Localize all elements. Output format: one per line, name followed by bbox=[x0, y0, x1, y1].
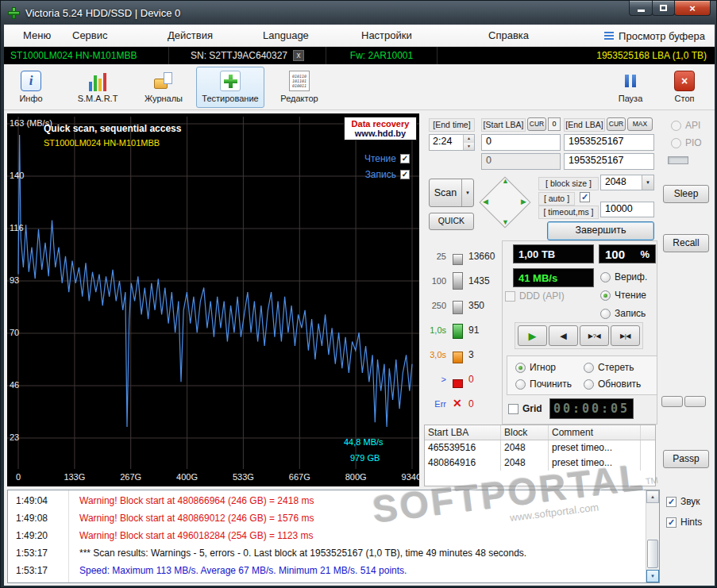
verify-radio[interactable]: Вериф. bbox=[600, 271, 647, 282]
repair-radio[interactable]: Починить bbox=[515, 379, 572, 390]
client-area: Меню Сервис Действия Language Настройки … bbox=[4, 25, 715, 586]
hints-checkbox[interactable]: ✓Hints bbox=[666, 517, 702, 528]
dropdown-arrow-icon[interactable]: ▼ bbox=[642, 175, 653, 190]
erase-radio[interactable]: Стереть bbox=[584, 362, 634, 373]
spin-up-icon[interactable]: ▲ bbox=[464, 135, 474, 143]
toolbar: i Инфо S.M.A.R.T Журналы Тестирование 01… bbox=[4, 64, 715, 110]
latency-bar bbox=[453, 272, 463, 290]
log-scrollbar[interactable]: ▲ ▼ bbox=[646, 490, 659, 582]
ddd-checkbox[interactable]: DDD (API) bbox=[505, 290, 565, 302]
minimize-button[interactable] bbox=[629, 1, 653, 16]
window-title: Victoria 5.24 HDD/SSD | Device 0 bbox=[25, 7, 180, 19]
maximize-button[interactable] bbox=[652, 1, 675, 16]
start-lba-cur-button[interactable]: CUR bbox=[527, 117, 546, 131]
minimize-icon bbox=[638, 10, 645, 12]
grid-checkbox[interactable]: Grid bbox=[508, 403, 542, 414]
aux-button-1 bbox=[661, 396, 683, 407]
back-button[interactable]: ◀ bbox=[549, 325, 578, 346]
write-checkbox[interactable]: ✓ bbox=[400, 170, 410, 179]
refresh-radio[interactable]: Обновить bbox=[584, 379, 641, 390]
device-serial: SN: S2TTJ9AC640327 x bbox=[169, 47, 326, 64]
y-tick-label: 70 bbox=[10, 328, 19, 337]
end-lba-cur-button[interactable]: CUR bbox=[607, 117, 626, 131]
device-model: ST1000LM024 HN-M101MBB bbox=[4, 47, 169, 64]
menu-item-settings[interactable]: Настройки bbox=[361, 29, 412, 41]
x-tick-label: 934G bbox=[402, 472, 423, 482]
finish-button[interactable]: Завершить bbox=[547, 221, 654, 240]
menu-item-help[interactable]: Справка bbox=[488, 29, 529, 41]
seek-dpad[interactable]: ▲ ▼ ◀ ▶ bbox=[478, 175, 532, 229]
percent-lcd: 100% bbox=[599, 244, 656, 263]
latency-row-err: Err ✕ 0 bbox=[422, 393, 502, 415]
ignore-radio[interactable]: Игнор bbox=[515, 362, 556, 373]
titlebar[interactable]: Victoria 5.24 HDD/SSD | Device 0 × bbox=[1, 1, 716, 25]
toolbar-test-button[interactable]: Тестирование bbox=[196, 67, 264, 108]
table-row[interactable]: 465539516 2048 preset timeo... bbox=[425, 440, 655, 455]
elapsed-timer-lcd: 00:00:05 bbox=[549, 398, 634, 419]
table-row[interactable]: 480864916 2048 preset timeo... bbox=[425, 455, 655, 471]
quick-button[interactable]: QUICK bbox=[429, 213, 474, 230]
toolbar-pause-button[interactable]: Пауза bbox=[606, 67, 655, 108]
toolbar-smart-button[interactable]: S.M.A.R.T bbox=[71, 67, 124, 108]
block-size-dropdown[interactable]: 2048 ▼ bbox=[600, 175, 654, 190]
spinner-buttons: ▲ ▼ bbox=[463, 135, 474, 150]
auto-checkbox[interactable]: ✓ bbox=[580, 192, 590, 202]
scrollbar-thumb[interactable] bbox=[647, 540, 658, 568]
end-lba-max-button[interactable]: MAX bbox=[627, 117, 653, 131]
activity-led bbox=[668, 156, 688, 164]
log-row: 1:53:17*** Scan results: Warnings - 5, e… bbox=[8, 548, 644, 563]
dpad-up-icon[interactable]: ▲ bbox=[502, 177, 509, 185]
event-log[interactable]: 1:49:04Warning! Block start at 480866964… bbox=[7, 490, 660, 583]
toolbar-editor-button[interactable]: 010110101101010011 Редактор bbox=[274, 67, 325, 108]
buffer-view-button[interactable]: Просмотр буфера bbox=[604, 28, 705, 44]
dpad-down-icon[interactable]: ▼ bbox=[502, 218, 509, 226]
timeout-input[interactable]: 10000 bbox=[600, 202, 654, 217]
menu-item-language[interactable]: Language bbox=[263, 29, 309, 41]
scan-dropdown-icon[interactable]: ▼ bbox=[461, 179, 473, 206]
maximize-icon bbox=[660, 5, 667, 11]
seek-to-button[interactable]: ▶?◀ bbox=[580, 325, 609, 346]
pause-icon bbox=[620, 71, 641, 91]
dpad-right-icon[interactable]: ▶ bbox=[521, 198, 526, 206]
graph-model-label: ST1000LM024 HN-M101MBB bbox=[44, 138, 160, 148]
read-checkbox[interactable]: ✓ bbox=[400, 154, 410, 163]
sound-checkbox[interactable]: ✓Звук bbox=[666, 496, 700, 507]
menu-item-actions[interactable]: Действия bbox=[168, 29, 213, 41]
toolbar-info-button[interactable]: i Инфо bbox=[9, 67, 53, 108]
latency-bar bbox=[453, 254, 463, 265]
play-button[interactable]: ▶ bbox=[518, 325, 547, 346]
start-lba-input[interactable]: 0 bbox=[481, 134, 561, 151]
speed-graph: 163 (MB/s)14011693704623 0133G267G400G53… bbox=[7, 113, 419, 486]
spin-down-icon[interactable]: ▼ bbox=[464, 143, 474, 151]
read-mode-radio[interactable]: Чтение bbox=[600, 290, 646, 301]
log-row: 1:53:17Speed: Maximum 113 MB/s. Average … bbox=[8, 565, 644, 581]
toolbar-stop-button[interactable]: × Стоп bbox=[661, 67, 707, 108]
end-time-spinner[interactable]: 2:24 ▲ ▼ bbox=[429, 134, 475, 151]
menu-item-service[interactable]: Сервис bbox=[72, 29, 108, 41]
remaining-lba-field[interactable]: 1953525167 bbox=[564, 153, 654, 170]
dpad-left-icon[interactable]: ◀ bbox=[483, 198, 488, 206]
data-recovery-line1: Data recovery bbox=[345, 119, 416, 129]
x-tick-label: 667G bbox=[289, 472, 310, 482]
scroll-down-icon[interactable]: ▼ bbox=[646, 570, 659, 582]
serial-close-button[interactable]: x bbox=[293, 50, 304, 61]
recall-button[interactable]: Recall bbox=[663, 234, 709, 252]
check-icon: ✓ bbox=[402, 155, 408, 163]
x-tick-label: 133G bbox=[64, 472, 85, 482]
write-mode-radio[interactable]: Запись bbox=[600, 308, 646, 319]
step-end-button[interactable]: ▶|◀ bbox=[611, 325, 640, 346]
menu-item-menu[interactable]: Меню bbox=[23, 29, 51, 41]
sleep-button[interactable]: Sleep bbox=[663, 185, 709, 203]
scroll-up-icon[interactable]: ▲ bbox=[646, 490, 659, 503]
legend-write: Запись ✓ bbox=[358, 169, 410, 180]
x-tick-label: 400G bbox=[176, 472, 198, 482]
end-lba-label: [End LBA] bbox=[564, 118, 605, 132]
pio-radio: PIO bbox=[671, 137, 702, 148]
defect-table[interactable]: Start LBA Block Comment 465539516 2048 p… bbox=[424, 425, 656, 486]
toolbar-logs-button[interactable]: Журналы bbox=[138, 67, 189, 108]
scan-split-button[interactable]: Scan ▼ bbox=[429, 179, 474, 207]
passport-button[interactable]: Passp bbox=[663, 450, 709, 468]
close-button[interactable]: × bbox=[674, 1, 711, 16]
check-icon: ✓ bbox=[668, 498, 675, 506]
end-lba-input[interactable]: 1953525167 bbox=[564, 134, 654, 151]
